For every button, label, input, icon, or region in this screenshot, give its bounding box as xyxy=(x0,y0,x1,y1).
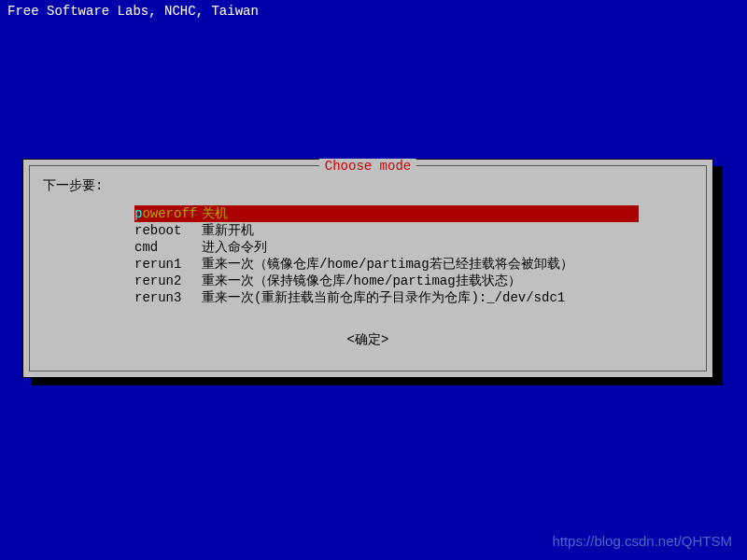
dialog-title: Choose mode xyxy=(319,159,416,174)
menu-desc: 重新开机 xyxy=(202,222,639,239)
menu-desc: 重来一次(重新挂载当前仓库的子目录作为仓库):_/dev/sdc1 xyxy=(202,289,639,306)
menu-item-cmd[interactable]: cmd 进入命令列 xyxy=(134,239,639,256)
menu-key: reboot xyxy=(134,222,202,239)
menu-desc: 关机 xyxy=(202,205,639,222)
menu-key: rerun3 xyxy=(134,289,202,306)
menu-item-rerun1[interactable]: rerun1 重来一次（镜像仓库/home/partimag若已经挂载将会被卸载… xyxy=(134,256,639,273)
menu-item-rerun2[interactable]: rerun2 重来一次（保持镜像仓库/home/partimag挂载状态） xyxy=(134,273,639,289)
menu-item-reboot[interactable]: reboot 重新开机 xyxy=(134,222,639,239)
menu-desc: 重来一次（保持镜像仓库/home/partimag挂载状态） xyxy=(202,273,639,289)
menu-item-rerun3[interactable]: rerun3 重来一次(重新挂载当前仓库的子目录作为仓库):_/dev/sdc1 xyxy=(134,289,639,306)
menu-desc: 重来一次（镜像仓库/home/partimag若已经挂载将会被卸载） xyxy=(202,256,639,273)
menu-key: poweroff xyxy=(134,205,202,222)
menu-item-poweroff[interactable]: poweroff 关机 xyxy=(134,205,639,222)
menu-key: rerun2 xyxy=(134,273,202,289)
choose-mode-dialog: Choose mode 下一步要: poweroff 关机 reboot 重新开… xyxy=(22,159,713,378)
menu-list[interactable]: poweroff 关机 reboot 重新开机 cmd 进入命令列 rerun1… xyxy=(134,205,639,306)
ok-button[interactable]: <确定> xyxy=(347,331,389,348)
dialog-prompt: 下一步要: xyxy=(43,177,103,194)
menu-key: cmd xyxy=(134,239,202,256)
menu-key: rerun1 xyxy=(134,256,202,273)
watermark-text: https://blog.csdn.net/QHTSM xyxy=(552,533,732,549)
header-text: Free Software Labs, NCHC, Taiwan xyxy=(0,0,747,22)
menu-desc: 进入命令列 xyxy=(202,239,639,256)
dialog-border: Choose mode 下一步要: poweroff 关机 reboot 重新开… xyxy=(29,165,707,371)
